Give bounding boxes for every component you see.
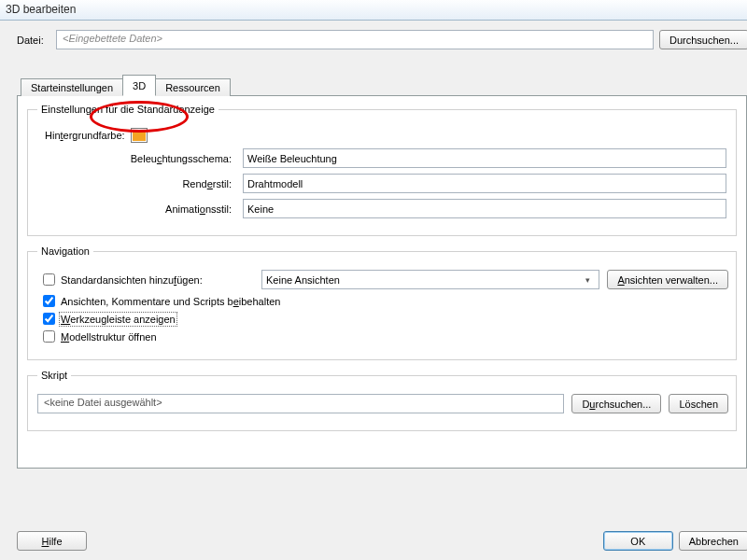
defaults-legend: Einstellungen für die Standardanzeige [37, 104, 218, 115]
script-value: <keine Datei ausgewählt> [44, 397, 162, 408]
file-value: <Eingebettete Daten> [63, 33, 162, 44]
toolbar-label: Werkzeugleiste anzeigen [61, 314, 176, 325]
window-title: 3D bearbeiten [6, 3, 76, 16]
dialog-footer: Hilfe OK Abbrechen [0, 525, 747, 560]
bgcolor-label: Hintergrundfarbe: [37, 130, 131, 141]
anim-combo[interactable]: Keine [243, 199, 726, 218]
views-value: Keine Ansichten [266, 274, 340, 286]
tab-panel-3d: Einstellungen für die Standardanzeige Hi… [17, 95, 747, 469]
chevron-down-icon: ▾ [581, 275, 595, 285]
anim-value: Keine [247, 203, 274, 215]
views-combo[interactable]: Keine Ansichten ▾ [261, 270, 599, 289]
nav-group: Navigation Standardansichten hinzufügen:… [27, 245, 737, 360]
script-legend: Skript [37, 370, 71, 381]
defaults-group: Einstellungen für die Standardanzeige Hi… [27, 104, 737, 236]
dialog-content: Datei: <Eingebettete Daten> Durchsuchen.… [0, 21, 747, 525]
addviews-checkbox[interactable] [43, 273, 55, 286]
cancel-button[interactable]: Abbrechen [679, 531, 747, 551]
file-browse-button[interactable]: Durchsuchen... [659, 30, 747, 49]
tabs-wrap: Starteinstellungen 3D Ressourcen Einstel… [17, 74, 747, 469]
ok-button[interactable]: OK [603, 531, 673, 551]
nav-legend: Navigation [37, 245, 93, 257]
title-bar: 3D bearbeiten [0, 0, 747, 21]
modeltree-label: Modellstruktur öffnen [61, 331, 157, 343]
keep-label: Ansichten, Kommentare und Scripts beibeh… [61, 296, 280, 307]
bgcolor-swatch[interactable] [131, 128, 148, 143]
render-combo[interactable]: Drahtmodell [243, 174, 726, 193]
script-field[interactable]: <keine Datei ausgewählt> [37, 394, 564, 413]
lighting-value: Weiße Beleuchtung [247, 153, 337, 164]
tab-resources[interactable]: Ressourcen [155, 78, 231, 96]
toolbar-checkbox[interactable] [43, 313, 55, 325]
file-row: Datei: <Eingebettete Daten> Durchsuchen.… [17, 30, 747, 49]
script-browse-button[interactable]: Durchsuchen... [571, 394, 661, 413]
render-label: Renderstil: [37, 178, 243, 189]
tab-strip: Starteinstellungen 3D Ressourcen [17, 74, 747, 95]
modeltree-checkbox[interactable] [43, 330, 55, 343]
script-clear-button[interactable]: Löschen [669, 394, 728, 413]
file-field[interactable]: <Eingebettete Daten> [56, 30, 654, 49]
anim-label: Animationsstil: [37, 203, 243, 215]
file-label: Datei: [17, 35, 50, 46]
tab-start[interactable]: Starteinstellungen [21, 78, 123, 96]
dialog-window: 3D bearbeiten Datei: <Eingebettete Daten… [0, 0, 747, 560]
tab-3d[interactable]: 3D [122, 75, 156, 96]
render-value: Drahtmodell [247, 178, 303, 189]
lighting-label: Beleuchtungsschema: [37, 153, 243, 164]
manage-views-button[interactable]: Ansichten verwalten... [607, 270, 728, 289]
lighting-combo[interactable]: Weiße Beleuchtung [243, 148, 726, 168]
addviews-label: Standardansichten hinzufügen: [61, 274, 203, 286]
help-button[interactable]: Hilfe [17, 531, 87, 551]
keep-checkbox[interactable] [43, 295, 55, 307]
script-group: Skript <keine Datei ausgewählt> Durchsuc… [27, 370, 737, 431]
